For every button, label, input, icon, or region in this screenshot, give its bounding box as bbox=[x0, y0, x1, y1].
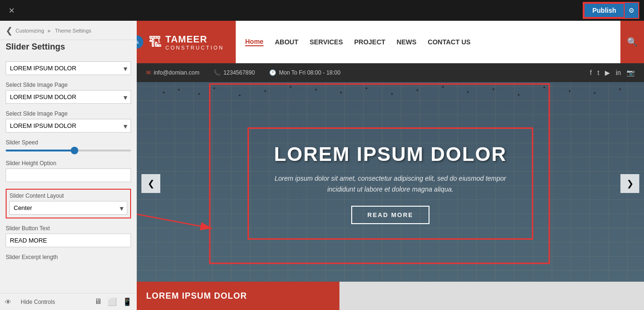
preview-area: ✎ 🏗 TAMEER CONSTRUCTION Home ABOUT SERVI… bbox=[137, 21, 644, 310]
slider-speed-track bbox=[6, 150, 131, 151]
slider-height-group: Slider Height Option bbox=[6, 160, 131, 182]
top-bar: ✕ Publish ⚙ bbox=[0, 0, 644, 21]
nav-menu: Home ABOUT SERVICES PROJECT NEWS CONTACT… bbox=[236, 38, 620, 46]
customize-circle[interactable]: ✎ bbox=[137, 35, 143, 49]
contact-bar: ✉ info@domian.com 📞 1234567890 🕐 Mon To … bbox=[137, 63, 644, 82]
hero-description: Lorem ipsum dolor sit amet, consectetur … bbox=[268, 173, 513, 194]
sidebar-header: ❮ Customizing ► Theme Settings bbox=[0, 21, 137, 40]
site-logo-inner: 🏗 TAMEER CONSTRUCTION bbox=[149, 34, 224, 50]
slider-excerpt-group: Slider Excerpt length bbox=[6, 254, 131, 260]
hero-slider: ✦ ✦ ✦ ✦ ✦ ✦ ✦ ✦ ✦ ✦ ✦ ✦ ✦ ✦ ✦ ✦ ✦ bbox=[137, 82, 644, 285]
slider-speed-track-wrap bbox=[6, 148, 131, 153]
slider-speed-label: Slider Speed bbox=[6, 139, 131, 146]
clock-icon: 🕐 bbox=[269, 69, 276, 76]
desktop-icon[interactable]: 🖥 bbox=[94, 297, 102, 306]
hours-text: Mon To Fri 08:00 - 18:00 bbox=[279, 69, 341, 76]
logo-subtitle: CONSTRUCTION bbox=[165, 45, 224, 50]
email-icon: ✉ bbox=[146, 69, 151, 76]
search-button[interactable]: 🔍 bbox=[620, 21, 644, 63]
phone-text: 1234567890 bbox=[223, 69, 255, 76]
nav-item-home[interactable]: Home bbox=[245, 38, 264, 46]
hero-box: LOREM IPSUM DOLOR Lorem ipsum dolor sit … bbox=[248, 127, 533, 240]
slider-height-input[interactable] bbox=[6, 168, 131, 182]
slide-image-page-2-label: Select Slide Image Page bbox=[6, 110, 131, 117]
first-dropdown-group: LOREM IPSUM DOLOR bbox=[6, 61, 131, 75]
nav-item-services[interactable]: SERVICES bbox=[310, 38, 343, 46]
slider-excerpt-label: Slider Excerpt length bbox=[6, 254, 131, 260]
sidebar-content: LOREM IPSUM DOLOR Select Slide Image Pag… bbox=[0, 57, 137, 293]
device-icons: 🖥 ⬜ 📱 bbox=[94, 297, 132, 306]
slider-thumb[interactable] bbox=[71, 147, 78, 154]
slider-prev-button[interactable]: ❮ bbox=[141, 174, 160, 193]
publish-button[interactable]: Publish bbox=[584, 3, 625, 18]
breadcrumb-root: Customizing bbox=[16, 28, 44, 34]
breadcrumb-child: Theme Settings bbox=[55, 28, 91, 34]
nav-item-news[interactable]: NEWS bbox=[396, 38, 416, 46]
mobile-icon[interactable]: 📱 bbox=[123, 297, 132, 306]
content-layout-dropdown[interactable]: Center Left Right bbox=[9, 201, 127, 215]
twitter-icon[interactable]: t bbox=[597, 69, 599, 76]
logo-title: TAMEER bbox=[165, 34, 224, 45]
slide-image-page-2-group: Select Slide Image Page LOREM IPSUM DOLO… bbox=[6, 110, 131, 133]
sidebar: ❮ Customizing ► Theme Settings Slider Se… bbox=[0, 21, 137, 310]
hero-title: LOREM IPSUM DOLOR bbox=[268, 143, 513, 166]
bottom-red-section: LOREM IPSUM DOLOR bbox=[137, 291, 325, 301]
slide-image-page-2-wrapper: LOREM IPSUM DOLOR bbox=[6, 119, 131, 133]
slider-button-text-group: Slider Button Text bbox=[6, 225, 131, 247]
gear-button[interactable]: ⚙ bbox=[625, 3, 638, 18]
breadcrumb-separator: ► bbox=[47, 28, 54, 34]
slide-image-page-1-label: Select Slide Image Page bbox=[6, 82, 131, 88]
tablet-icon[interactable]: ⬜ bbox=[107, 297, 117, 306]
content-layout-wrapper: Center Left Right bbox=[9, 201, 127, 215]
phone-icon: 📞 bbox=[214, 69, 221, 76]
youtube-icon[interactable]: ▶ bbox=[605, 69, 610, 76]
facebook-icon[interactable]: f bbox=[590, 69, 592, 76]
slide-image-page-1-group: Select Slide Image Page LOREM IPSUM DOLO… bbox=[6, 82, 131, 104]
slide-image-page-1-dropdown[interactable]: LOREM IPSUM DOLOR bbox=[6, 90, 131, 104]
instagram-icon[interactable]: 📷 bbox=[627, 69, 635, 76]
slider-height-label: Slider Height Option bbox=[6, 160, 131, 167]
eye-icon: 👁 bbox=[5, 298, 11, 306]
contact-phone: 📞 1234567890 bbox=[214, 69, 255, 76]
nav-item-about[interactable]: ABOUT bbox=[275, 38, 298, 46]
back-arrow-button[interactable]: ❮ bbox=[6, 25, 13, 36]
slider-content-layout-label: Slider Content Layout bbox=[9, 193, 127, 199]
slider-button-text-label: Slider Button Text bbox=[6, 225, 131, 232]
slide-image-page-2-dropdown[interactable]: LOREM IPSUM DOLOR bbox=[6, 119, 131, 133]
site-bottom: LOREM IPSUM DOLOR bbox=[137, 282, 644, 310]
social-icons: f t ▶ in 📷 bbox=[590, 69, 635, 76]
slide-image-page-1-wrapper: LOREM IPSUM DOLOR bbox=[6, 90, 131, 104]
breadcrumb: Customizing ► Theme Settings bbox=[16, 28, 91, 34]
logo-text-wrap: TAMEER CONSTRUCTION bbox=[165, 34, 224, 50]
site-logo: ✎ 🏗 TAMEER CONSTRUCTION bbox=[137, 21, 236, 63]
hide-controls-bar: 👁 Hide Controls 🖥 ⬜ 📱 bbox=[0, 293, 137, 310]
hero-read-more-button[interactable]: READ MORE bbox=[351, 206, 429, 224]
slider-content-layout-group: Slider Content Layout Center Left Right bbox=[6, 189, 131, 218]
main-layout: ❮ Customizing ► Theme Settings Slider Se… bbox=[0, 21, 644, 310]
contact-hours: 🕐 Mon To Fri 08:00 - 18:00 bbox=[269, 69, 341, 76]
hero-content: LOREM IPSUM DOLOR Lorem ipsum dolor sit … bbox=[137, 82, 644, 285]
publish-wrap: Publish ⚙ bbox=[583, 2, 639, 19]
sidebar-title: Slider Settings bbox=[0, 40, 137, 57]
slider-button-text-input[interactable] bbox=[6, 234, 131, 247]
email-text: info@domian.com bbox=[154, 69, 199, 76]
first-dropdown-wrapper: LOREM IPSUM DOLOR bbox=[6, 61, 131, 75]
nav-item-project[interactable]: PROJECT bbox=[354, 38, 385, 46]
bottom-title: LOREM IPSUM DOLOR bbox=[146, 291, 325, 301]
contact-email: ✉ info@domian.com bbox=[146, 69, 199, 76]
logo-icon: 🏗 bbox=[149, 34, 162, 50]
nav-item-contact[interactable]: CONTACT US bbox=[428, 38, 471, 46]
linkedin-icon[interactable]: in bbox=[616, 69, 621, 76]
site-preview: ✎ 🏗 TAMEER CONSTRUCTION Home ABOUT SERVI… bbox=[137, 21, 644, 310]
slider-next-button[interactable]: ❯ bbox=[620, 174, 639, 193]
first-dropdown[interactable]: LOREM IPSUM DOLOR bbox=[6, 61, 131, 75]
slider-speed-group: Slider Speed bbox=[6, 139, 131, 153]
top-bar-left: ✕ bbox=[5, 4, 18, 17]
hide-controls-text: Hide Controls bbox=[21, 299, 55, 305]
close-button[interactable]: ✕ bbox=[5, 4, 18, 17]
site-nav: ✎ 🏗 TAMEER CONSTRUCTION Home ABOUT SERVI… bbox=[137, 21, 644, 63]
slider-fill bbox=[6, 150, 74, 151]
